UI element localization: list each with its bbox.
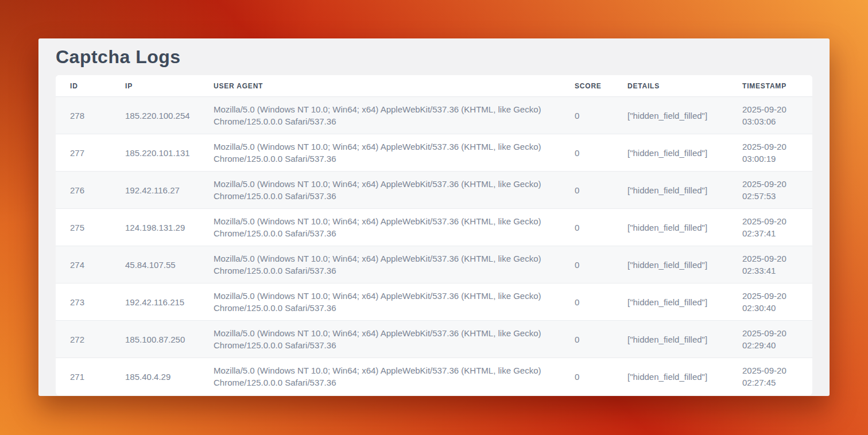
cell-score: 0 — [560, 97, 613, 134]
cell-details: ["hidden_field_filled"] — [613, 209, 728, 246]
cell-id: 276 — [56, 172, 111, 209]
cell-ip: 192.42.116.215 — [111, 283, 199, 321]
cell-timestamp: 2025-09-20 02:57:53 — [728, 172, 812, 209]
cell-score: 0 — [560, 283, 613, 321]
table-row: 272185.100.87.250Mozilla/5.0 (Windows NT… — [56, 321, 812, 358]
cell-ip: 45.84.107.55 — [111, 246, 199, 283]
cell-user-agent: Mozilla/5.0 (Windows NT 10.0; Win64; x64… — [199, 358, 560, 395]
cell-id: 273 — [56, 283, 111, 321]
cell-details: ["hidden_field_filled"] — [613, 283, 728, 321]
cell-details: ["hidden_field_filled"] — [613, 134, 728, 172]
captcha-logs-table: IDIPUSER AGENTSCOREDETAILSTIMESTAMP 2781… — [56, 75, 812, 395]
column-header-user-agent: USER AGENT — [199, 75, 560, 97]
cell-details: ["hidden_field_filled"] — [613, 321, 728, 358]
cell-timestamp: 2025-09-20 02:37:41 — [728, 209, 812, 246]
cell-details: ["hidden_field_filled"] — [613, 97, 728, 134]
cell-id: 274 — [56, 246, 111, 283]
cell-ip: 192.42.116.27 — [111, 172, 199, 209]
cell-details: ["hidden_field_filled"] — [613, 172, 728, 209]
column-header-ip: IP — [111, 75, 199, 97]
cell-ip: 185.220.100.254 — [111, 97, 199, 134]
cell-timestamp: 2025-09-20 02:27:45 — [728, 358, 812, 395]
cell-timestamp: 2025-09-20 02:33:41 — [728, 246, 812, 283]
cell-user-agent: Mozilla/5.0 (Windows NT 10.0; Win64; x64… — [199, 97, 560, 134]
cell-user-agent: Mozilla/5.0 (Windows NT 10.0; Win64; x64… — [199, 134, 560, 172]
cell-id: 278 — [56, 97, 111, 134]
table-row: 27445.84.107.55Mozilla/5.0 (Windows NT 1… — [56, 246, 812, 283]
page-title: Captcha Logs — [56, 45, 812, 68]
cell-timestamp: 2025-09-20 03:03:06 — [728, 97, 812, 134]
table-row: 278185.220.100.254Mozilla/5.0 (Windows N… — [56, 97, 812, 134]
cell-user-agent: Mozilla/5.0 (Windows NT 10.0; Win64; x64… — [199, 321, 560, 358]
cell-ip: 185.100.87.250 — [111, 321, 199, 358]
cell-user-agent: Mozilla/5.0 (Windows NT 10.0; Win64; x64… — [199, 172, 560, 209]
cell-score: 0 — [560, 172, 613, 209]
cell-timestamp: 2025-09-20 02:30:40 — [728, 283, 812, 321]
cell-ip: 185.220.101.131 — [111, 134, 199, 172]
column-header-details: DETAILS — [613, 75, 728, 97]
table-row: 276192.42.116.27Mozilla/5.0 (Windows NT … — [56, 172, 812, 209]
cell-score: 0 — [560, 134, 613, 172]
table-row: 277185.220.101.131Mozilla/5.0 (Windows N… — [56, 134, 812, 172]
cell-ip: 185.40.4.29 — [111, 358, 199, 395]
cell-id: 271 — [56, 358, 111, 395]
captcha-logs-card: Captcha Logs IDIPUSER AGENTSCOREDETAILST… — [38, 38, 830, 396]
cell-user-agent: Mozilla/5.0 (Windows NT 10.0; Win64; x64… — [199, 209, 560, 246]
cell-score: 0 — [560, 321, 613, 358]
captcha-logs-table-container: IDIPUSER AGENTSCOREDETAILSTIMESTAMP 2781… — [56, 75, 812, 395]
cell-user-agent: Mozilla/5.0 (Windows NT 10.0; Win64; x64… — [199, 283, 560, 321]
cell-score: 0 — [560, 358, 613, 395]
column-header-score: SCORE — [560, 75, 613, 97]
table-row: 271185.40.4.29Mozilla/5.0 (Windows NT 10… — [56, 358, 812, 395]
cell-timestamp: 2025-09-20 03:00:19 — [728, 134, 812, 172]
cell-details: ["hidden_field_filled"] — [613, 358, 728, 395]
column-header-timestamp: TIMESTAMP — [728, 75, 812, 97]
cell-score: 0 — [560, 209, 613, 246]
column-header-id: ID — [56, 75, 111, 97]
cell-id: 275 — [56, 209, 111, 246]
table-row: 273192.42.116.215Mozilla/5.0 (Windows NT… — [56, 283, 812, 321]
cell-ip: 124.198.131.29 — [111, 209, 199, 246]
table-row: 275124.198.131.29Mozilla/5.0 (Windows NT… — [56, 209, 812, 246]
cell-id: 272 — [56, 321, 111, 358]
cell-details: ["hidden_field_filled"] — [613, 246, 728, 283]
cell-timestamp: 2025-09-20 02:29:40 — [728, 321, 812, 358]
cell-user-agent: Mozilla/5.0 (Windows NT 10.0; Win64; x64… — [199, 246, 560, 283]
table-header-row: IDIPUSER AGENTSCOREDETAILSTIMESTAMP — [56, 75, 812, 97]
cell-score: 0 — [560, 246, 613, 283]
log-table-body: 278185.220.100.254Mozilla/5.0 (Windows N… — [56, 97, 812, 395]
cell-id: 277 — [56, 134, 111, 172]
